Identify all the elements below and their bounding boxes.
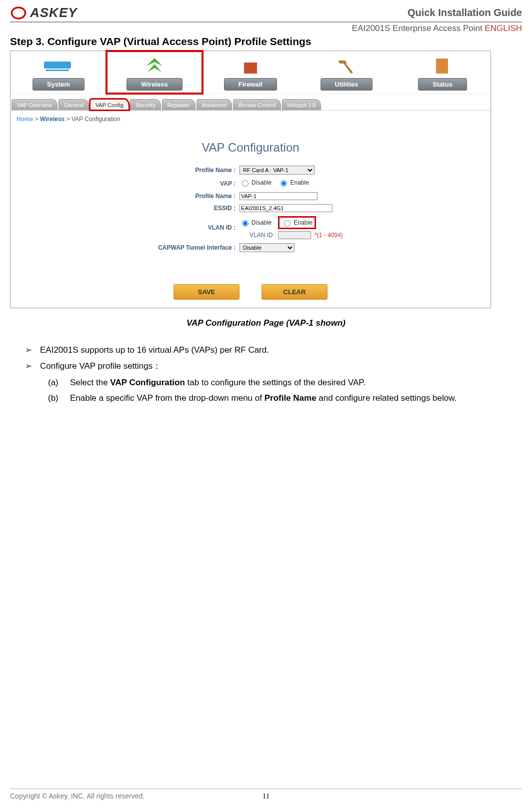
- bullet-icon: ➢: [25, 358, 32, 374]
- status-icon: [396, 56, 488, 76]
- subtab-security[interactable]: Security: [130, 99, 161, 110]
- screenshot-panel: System Wireless Firewall Utilities: [10, 51, 491, 308]
- save-button[interactable]: SAVE: [174, 284, 240, 300]
- label-vap: VAP :: [158, 177, 240, 190]
- svg-rect-1: [15, 13, 22, 14]
- nav-status-label: Status: [418, 78, 467, 91]
- subtab-hotspot[interactable]: Hotspot 2.0: [282, 99, 321, 110]
- nav-utilities-label: Utilities: [320, 78, 373, 91]
- subtab-vapconfig[interactable]: VAP Config: [90, 99, 129, 110]
- product-name: EAI2001S Enterprise Access Point: [352, 24, 482, 33]
- vap-form: Profile Name : RF Card A : VAP-1 VAP : D…: [158, 164, 343, 254]
- sub-b-letter: (b): [48, 390, 63, 406]
- vap-enable-option[interactable]: Enable: [278, 179, 308, 187]
- subtab-general[interactable]: General: [58, 99, 89, 110]
- capwap-select[interactable]: Disable: [240, 243, 294, 252]
- subtab-advanced[interactable]: Advanced: [196, 99, 232, 110]
- wireless-icon: [108, 56, 200, 76]
- guide-title: Quick Installation Guide: [408, 7, 522, 19]
- label-profile-name: Profile Name :: [158, 190, 240, 202]
- vlan-enable-option[interactable]: Enable: [282, 219, 312, 227]
- brand-logo: ASKEY: [10, 5, 78, 21]
- svg-rect-14: [438, 62, 446, 63]
- bullet-1: EAI2001S supports up to 16 virtual APs (…: [40, 342, 269, 358]
- nav-system[interactable]: System: [10, 51, 106, 94]
- bc-home[interactable]: Home: [16, 116, 33, 123]
- svg-marker-6: [148, 64, 162, 72]
- vlan-hint: *(1 - 4094): [314, 232, 343, 239]
- label-vlanid: VLAN ID :: [158, 214, 240, 241]
- vap-disable-option[interactable]: Disable: [240, 179, 272, 187]
- vlan-enable-highlight: Enable: [278, 216, 316, 229]
- screenshot-caption: VAP Configuration Page (VAP-1 shown): [10, 318, 522, 328]
- svg-rect-9: [251, 67, 257, 70]
- svg-marker-12: [343, 63, 353, 74]
- nav-firewall-label: Firewall: [224, 78, 277, 91]
- logo-icon: [10, 6, 27, 21]
- main-nav: System Wireless Firewall Utilities: [10, 51, 490, 94]
- page-footer: Copyright © Askey, INC. All rights reser…: [10, 788, 522, 800]
- bc-section[interactable]: Wireless: [40, 116, 64, 123]
- nav-utilities[interactable]: Utilities: [298, 51, 394, 94]
- label-profile-select: Profile Name :: [158, 164, 240, 177]
- svg-rect-13: [436, 59, 448, 74]
- sub-a-letter: (a): [48, 375, 63, 390]
- svg-rect-0: [14, 12, 23, 13]
- step-title: Step 3. Configure VAP (Virtual Access Po…: [10, 36, 522, 48]
- profile-select[interactable]: RF Card A : VAP-1: [240, 166, 314, 175]
- product-subtitle: EAI2001S Enterprise Access Point ENGLISH: [10, 24, 522, 34]
- profile-name-input[interactable]: [240, 192, 318, 200]
- bullet-icon: ➢: [25, 342, 32, 358]
- subtab-overview[interactable]: VAP Overview: [12, 99, 58, 110]
- label-capwap: CAPWAP Tunnel Interface :: [158, 241, 240, 254]
- svg-rect-8: [244, 63, 250, 66]
- svg-rect-2: [14, 10, 24, 11]
- system-icon: [12, 56, 104, 76]
- svg-marker-11: [338, 61, 347, 64]
- nav-system-label: System: [32, 78, 84, 91]
- vlan-disable-option[interactable]: Disable: [240, 219, 272, 227]
- bc-page: VAP Configuration: [72, 116, 120, 123]
- sub-b-text: Enable a specific VAP from the drop-down…: [70, 390, 456, 406]
- nav-firewall[interactable]: Firewall: [202, 51, 298, 94]
- utilities-icon: [300, 56, 392, 76]
- nav-wireless[interactable]: Wireless: [106, 51, 202, 94]
- subtab-repeater[interactable]: Repeater: [162, 99, 196, 110]
- nav-status[interactable]: Status: [394, 51, 490, 94]
- clear-button[interactable]: CLEAR: [262, 284, 328, 300]
- label-essid: ESSID :: [158, 202, 240, 214]
- svg-rect-16: [438, 68, 444, 69]
- subtab-bar: VAP Overview General VAP Config Security…: [10, 96, 490, 111]
- label-vlan-sub: VLAN ID :: [250, 232, 276, 239]
- essid-input[interactable]: [240, 204, 332, 212]
- subtab-accesscontrol[interactable]: Access Control: [233, 99, 281, 110]
- svg-rect-3: [44, 62, 71, 69]
- bullet-2: Configure VAP profile settings：: [40, 358, 161, 374]
- vlan-id-input[interactable]: [278, 231, 311, 239]
- product-language: ENGLISH: [484, 24, 522, 33]
- nav-wireless-label: Wireless: [126, 78, 182, 91]
- svg-rect-4: [46, 70, 69, 71]
- firewall-icon: [204, 56, 296, 76]
- svg-rect-15: [438, 65, 446, 66]
- breadcrumb: Home > Wireless > VAP Configuration: [10, 111, 490, 131]
- svg-rect-10: [244, 71, 250, 74]
- panel-title: VAP Configuration: [10, 141, 490, 155]
- brand-name: ASKEY: [30, 5, 78, 21]
- sub-a-text: Select the VAP Configuration tab to conf…: [70, 375, 366, 390]
- footer-page-number: 11: [262, 792, 270, 800]
